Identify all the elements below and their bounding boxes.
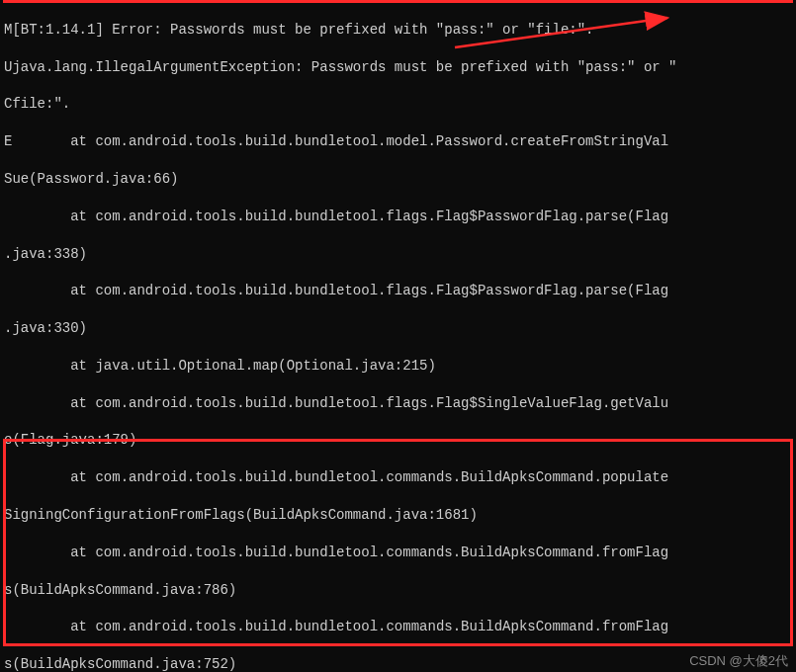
error-line: M[BT:1.14.1] Error: Passwords must be pr…	[4, 21, 792, 40]
stacktrace-line: at com.android.tools.build.bundletool.co…	[4, 544, 792, 562]
terminal-output[interactable]: M[BT:1.14.1] Error: Passwords must be pr…	[0, 0, 796, 672]
stacktrace-line: s(BuildApksCommand.java:752)	[4, 655, 792, 672]
stacktrace-line: at com.android.tools.build.bundletool.fl…	[4, 394, 792, 413]
annotation-top-border	[3, 0, 793, 3]
exception-line: Cfile:".	[4, 95, 792, 114]
stacktrace-line: .java:330)	[4, 319, 792, 338]
stacktrace-line: E at com.android.tools.build.bundletool.…	[4, 132, 792, 151]
stacktrace-line: SigningConfigurationFromFlags(BuildApksC…	[4, 506, 792, 525]
stacktrace-line: at com.android.tools.build.bundletool.co…	[4, 468, 792, 487]
stacktrace-line: .java:338)	[4, 245, 792, 264]
stacktrace-line: at com.android.tools.build.bundletool.co…	[4, 618, 792, 636]
stacktrace-line: at com.android.tools.build.bundletool.fl…	[4, 208, 792, 226]
stacktrace-line: at com.android.tools.build.bundletool.fl…	[4, 282, 792, 300]
exception-line: Ujava.lang.IllegalArgumentException: Pas…	[4, 58, 792, 77]
stacktrace-line: at java.util.Optional.map(Optional.java:…	[4, 357, 792, 376]
watermark: CSDN @大傻2代	[689, 652, 788, 670]
stacktrace-line: e(Flag.java:179)	[4, 431, 792, 450]
stacktrace-line: s(BuildApksCommand.java:786)	[4, 581, 792, 600]
stacktrace-line: Sue(Password.java:66)	[4, 170, 792, 189]
